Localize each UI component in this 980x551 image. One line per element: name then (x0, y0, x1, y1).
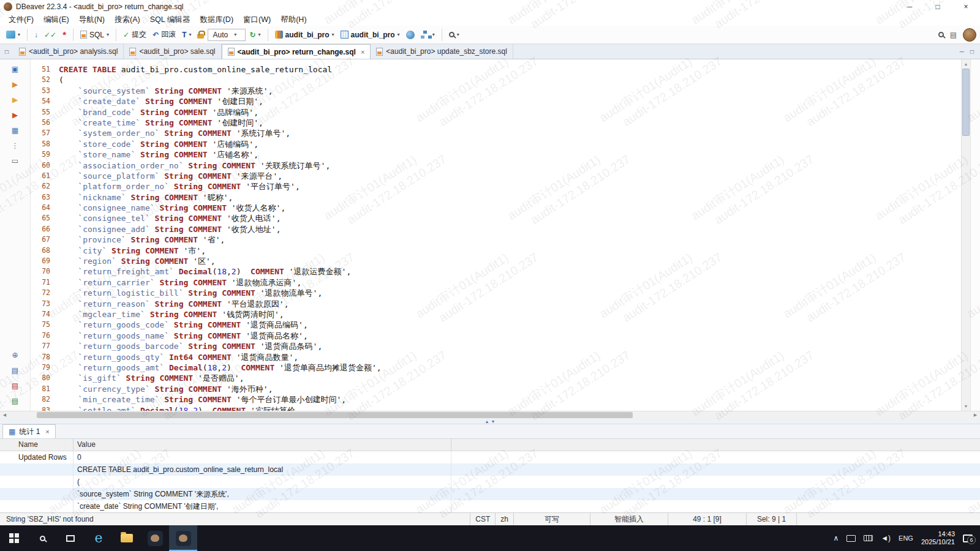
panel-splitter[interactable]: ▲ ▼ (0, 419, 980, 424)
menu-item-search[interactable]: 搜索(A) (110, 13, 145, 26)
tray-expand-icon[interactable]: ∧ (833, 534, 839, 542)
database-select[interactable]: audit_bi_pro ▾ (273, 29, 337, 41)
taskbar-dbeaver-active-button[interactable] (169, 525, 197, 551)
rollback-button[interactable]: ↶ 回滚 (150, 28, 178, 42)
menu-item-sql-editor[interactable]: SQL 编辑器 (145, 13, 195, 26)
action-center-button[interactable]: 6 (963, 534, 973, 542)
sql-editor[interactable]: 51CREATE TABLE audit_bi_pro.custom_onlin… (31, 59, 961, 411)
menu-item-edit[interactable]: 编辑(E) (39, 13, 74, 26)
taskbar-search-button[interactable] (28, 525, 56, 551)
editor-tab-sale[interactable]: <audit_bi_pro> sale.sql (124, 44, 221, 59)
scroll-left-icon[interactable]: ◀ (0, 411, 9, 419)
restore-editor-icon[interactable]: □ (0, 44, 13, 59)
scroll-right-icon[interactable]: ▶ (971, 411, 980, 419)
taskbar-ie-button[interactable]: e (85, 525, 113, 551)
new-connection-button[interactable]: ▾ (4, 29, 23, 40)
fetch-button[interactable]: ↓ (32, 29, 40, 41)
asterisk-button[interactable]: * (60, 30, 69, 40)
editor-tab-update-sbz-store[interactable]: <audit_bi_pro> update_sbz_store.sql (371, 44, 513, 59)
transaction-log-button[interactable]: ↻ ▾ (247, 29, 263, 41)
stats-row[interactable]: Updated Rows0 (0, 451, 980, 463)
stats-row[interactable]: ( (0, 476, 980, 488)
console-output-icon[interactable]: ▭ (10, 156, 21, 166)
vertical-scrollbar-thumb[interactable] (962, 69, 970, 136)
maximize-view-icon[interactable]: □ (970, 48, 974, 55)
code-line: 58 `store_code` String COMMENT '店铺编码', (31, 139, 961, 149)
stats-filler-cell (451, 488, 980, 500)
language-indicator[interactable]: ENG (899, 534, 913, 542)
editor-tab-return-change[interactable]: <audit_bi_pro> return_change.sql× (222, 44, 371, 59)
taskbar-explorer-button[interactable] (113, 525, 141, 551)
horizontal-scrollbar[interactable]: ◀ ▶ (0, 411, 980, 419)
tray-keyboard-icon[interactable] (864, 535, 873, 541)
splitter-up-icon[interactable]: ▲ (485, 419, 489, 424)
sql-editor-icon[interactable]: ▣ (10, 64, 21, 74)
er-diagram-button[interactable]: ▾ (418, 29, 437, 40)
execute-statement-new-tab-icon[interactable]: ▶ (10, 95, 21, 105)
menu-item-window[interactable]: 窗口(W) (238, 13, 276, 26)
perspective-button[interactable]: ▤ (948, 29, 959, 41)
quick-search-button[interactable] (936, 30, 946, 39)
stats-row[interactable]: CREATE TABLE audit_bi_pro.custom_online_… (0, 463, 980, 476)
transaction-mode-button[interactable]: T ▾ (179, 29, 194, 41)
search-icon (449, 32, 454, 37)
schema-select[interactable]: audit_bi_pro ▾ (338, 29, 402, 41)
settings-icon[interactable]: ⊕ (10, 350, 21, 360)
stats-row[interactable]: `create_date` String COMMENT '创建日期', (0, 500, 980, 512)
menu-item-database[interactable]: 数据库(D) (195, 13, 238, 26)
new-script-icon[interactable]: ▤ (10, 396, 21, 406)
chevron-down-icon: ▾ (107, 32, 109, 37)
explain-plan-icon[interactable]: ▦ (10, 126, 21, 135)
open-script-icon[interactable]: ▤ (10, 365, 21, 375)
rollback-label: 回滚 (161, 29, 176, 40)
tab-close-icon[interactable]: × (361, 48, 364, 56)
search-menu-button[interactable]: ▾ (447, 30, 462, 39)
scroll-up-icon[interactable]: ▲ (962, 59, 970, 69)
volume-icon[interactable]: ◄) (881, 534, 891, 542)
line-number: 55 (31, 107, 59, 118)
column-header-value[interactable]: Value (74, 439, 451, 451)
execute-statement-icon[interactable]: ▶ (10, 80, 21, 89)
close-button[interactable]: × (952, 0, 980, 13)
menu-item-help[interactable]: 帮助(H) (276, 13, 311, 26)
save-script-icon[interactable]: ▤ (10, 381, 21, 391)
minimize-button[interactable]: ─ (895, 0, 924, 13)
panel-tab-close-icon[interactable]: × (45, 428, 49, 435)
column-header-name[interactable]: Name (0, 439, 74, 451)
editor-tab-analysis[interactable]: <audit_bi_pro> analysis.sql (13, 44, 124, 59)
lock-button[interactable] (195, 29, 206, 40)
line-number: 68 (31, 246, 59, 256)
maximize-button[interactable]: □ (924, 0, 952, 13)
tab-statistics[interactable]: ▦ 统计 1 × (2, 424, 56, 438)
execute-script-icon[interactable]: ▶ (10, 110, 21, 120)
menu-item-navigate[interactable]: 导航(N) (74, 13, 110, 26)
clock-date: 2025/10/21 (921, 538, 955, 546)
taskbar-dbeaver-button[interactable] (141, 525, 169, 551)
line-number: 62 (31, 181, 59, 192)
horizontal-scrollbar-track[interactable] (9, 411, 971, 419)
status-item-caret-position[interactable]: 49 : 1 [9] (668, 513, 746, 525)
code-text: `consignee_tel` String COMMENT '收货人电话', (59, 213, 281, 223)
line-number: 60 (31, 160, 59, 171)
sql-menu-button[interactable]: SQL ▾ (78, 29, 111, 41)
splitter-down-icon[interactable]: ▼ (491, 419, 496, 424)
tray-display-icon[interactable] (846, 535, 856, 542)
start-button[interactable] (0, 525, 28, 551)
navigator-button[interactable] (404, 29, 417, 41)
status-item-selection: Sel: 9 | 1 (746, 513, 796, 525)
minimize-view-icon[interactable]: ─ (960, 48, 964, 55)
menu-item-file[interactable]: 文件(F) (4, 13, 39, 26)
connection-icon (6, 31, 15, 39)
outline-icon[interactable]: ⋮ (10, 141, 21, 151)
vertical-scrollbar-track[interactable] (962, 69, 970, 402)
taskbar-clock[interactable]: 14:43 2025/10/21 (921, 530, 955, 546)
commit-mode-select[interactable]: Auto ▾ (208, 29, 246, 41)
commit-button[interactable]: ✓ 提交 (121, 28, 149, 42)
scroll-down-icon[interactable]: ▼ (962, 402, 970, 411)
double-check-button[interactable]: ✓✓ (42, 29, 59, 41)
horizontal-scrollbar-thumb[interactable] (37, 412, 633, 418)
stats-row[interactable]: `source_system` String COMMENT '来源系统', (0, 488, 980, 500)
task-view-button[interactable] (56, 525, 85, 551)
vertical-scrollbar[interactable]: ▲ ▼ (961, 59, 970, 411)
code-line: 83 `settle_amt` Decimal(18,2) COMMENT '实… (31, 405, 961, 411)
